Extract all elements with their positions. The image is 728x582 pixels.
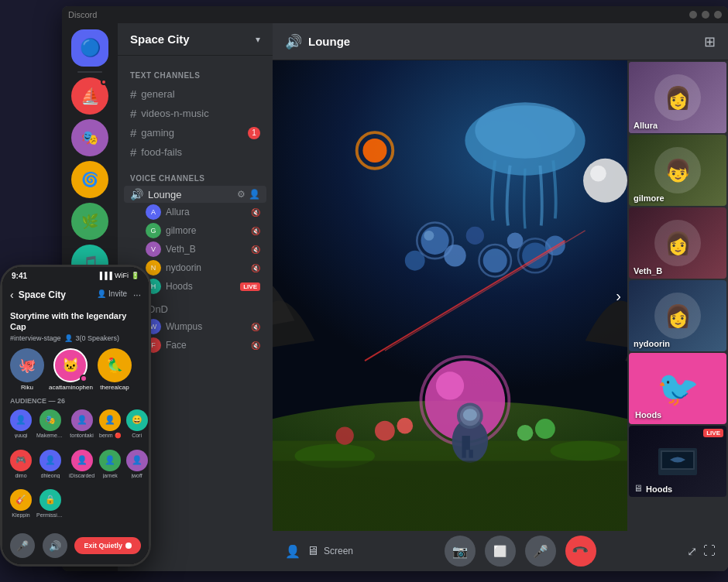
server-header[interactable]: Space City ▾: [118, 23, 273, 56]
audience-member-jarnek[interactable]: 👤 jarnek: [99, 450, 121, 484]
exit-dot-icon: [125, 543, 132, 549]
text-channels-section: TEXT CHANNELS # general # videos-n-music…: [118, 56, 273, 165]
svg-point-13: [424, 231, 434, 241]
nav-arrow-right[interactable]: ›: [616, 287, 621, 305]
minimize-btn[interactable]: [689, 11, 697, 19]
phone-speaker-therealcap: 🦜 therealcap: [98, 348, 132, 391]
camera-button[interactable]: 📷: [445, 536, 476, 567]
phone-stage-sub: #interview-stage 👤 3(0 Speakers): [10, 334, 141, 342]
permission-name: Permission M...: [36, 512, 64, 518]
audience-member-dimo[interactable]: 🎮 dimo: [10, 450, 32, 484]
server-icon-3[interactable]: 🎭: [71, 119, 108, 156]
server-icon-main[interactable]: 🔵: [71, 29, 108, 67]
audience-member-tontontaki[interactable]: 👤 tontontaki: [69, 409, 94, 445]
phone-header: ‹ Space City 👤 Invite ···: [2, 284, 149, 306]
nydoorin-mute-icon: 🔇: [251, 264, 260, 272]
audience-member-idiscarded[interactable]: 👤 iDiscarded: [69, 450, 94, 484]
person-icon[interactable]: 👤: [249, 189, 260, 200]
header-grid-icon[interactable]: ⊞: [704, 33, 716, 50]
hoods-screen-live-badge: LIVE: [703, 429, 723, 437]
participant-tile-veth[interactable]: 👩 Veth_B: [629, 207, 726, 279]
phone-audience-grid: 👤 yuugi 🎭 Makemespe... 👤 tontontaki 👤 be…: [2, 406, 149, 527]
participant-tile-hoods-avatar[interactable]: 🐦 Hoods: [629, 353, 726, 424]
participant-tile-hoods-screen[interactable]: LIVE 🖥 Hoods: [629, 426, 726, 497]
voice-channels-label: VOICE CHANNELS: [124, 171, 266, 186]
channel-item-food[interactable]: # food-fails: [124, 142, 266, 162]
face-mute-icon: 🔇: [251, 341, 260, 350]
phone-speakers: 🐙 Riku 🐱 acattaminophen 🦜 therealcap: [2, 344, 149, 395]
audience-member-jwoff[interactable]: 👤 jwoff: [126, 450, 148, 484]
exit-label: Exit Quietly: [84, 542, 122, 549]
screen-icon-btn[interactable]: 🖥: [307, 544, 319, 558]
voice-user-veth[interactable]: V Veth_B 🔇: [124, 240, 266, 258]
dhleong-avatar: 👤: [39, 450, 61, 471]
idiscarded-name: iDiscarded: [69, 473, 94, 478]
svg-point-41: [397, 418, 413, 434]
maximize-btn[interactable]: [702, 11, 709, 19]
fullscreen-icon[interactable]: ⛶: [703, 544, 716, 558]
mic-button[interactable]: 🎤: [525, 536, 556, 567]
participant-tile-allura[interactable]: 👩 Allura: [629, 62, 726, 133]
phone-speaker-button[interactable]: 🔊: [43, 533, 67, 558]
phone-header-actions: 👤 Invite ···: [97, 289, 141, 300]
dhleong-name: dhleong: [41, 473, 60, 478]
server-notif-dot: [101, 79, 107, 85]
screen-share-label-area: 🖥 Screen: [307, 544, 353, 558]
stage-channel-name: #interview-stage: [10, 334, 61, 342]
end-call-icon: 📞: [572, 542, 589, 560]
acatta-avatar: 🐱: [53, 348, 88, 382]
audience-member-makeme[interactable]: 🎭 Makemespe...: [36, 409, 64, 445]
controls-right: ⤢ ⛶: [687, 544, 716, 559]
gilmore-name: gilmore: [166, 225, 196, 236]
phone-time: 9:41: [12, 272, 27, 280]
channel-item-general[interactable]: # general: [124, 84, 266, 104]
speaker-count: 3(0 Speakers): [76, 334, 120, 342]
audience-member-benm[interactable]: 👤 benm 🔴: [99, 409, 121, 445]
svg-point-5: [583, 159, 627, 203]
audience-member-cori[interactable]: 😄 Cori: [126, 409, 148, 445]
end-call-button[interactable]: 📞: [565, 536, 596, 567]
video-call-area: › 👩 Allura 👦: [273, 60, 728, 531]
invite-button[interactable]: 👤 Invite: [97, 289, 127, 300]
phone-back-icon[interactable]: ‹: [10, 289, 14, 301]
screen-label-text: Screen: [324, 546, 353, 556]
controls-left: 👤 🖥 Screen: [285, 544, 353, 559]
cori-avatar: 😄: [126, 409, 148, 431]
channel-item-videos[interactable]: # videos-n-music: [124, 104, 266, 123]
voice-channel-lounge[interactable]: 🔊 Lounge ⚙ 👤: [124, 186, 266, 203]
veth-mute-icon: 🔇: [251, 245, 260, 254]
add-person-icon[interactable]: 👤: [285, 544, 300, 559]
phone-exit-button[interactable]: Exit Quietly: [74, 537, 141, 554]
voice-category-text: VOICE CHANNELS: [130, 174, 204, 183]
expand-icon[interactable]: ⤢: [687, 544, 697, 559]
settings-icon[interactable]: ⚙: [237, 189, 246, 200]
svg-rect-34: [462, 450, 466, 457]
server-icon-wrap-2: ⛵: [71, 77, 108, 115]
allura-mute-icon: 🔇: [251, 208, 260, 217]
channel-type-icon: 🔊: [285, 33, 302, 50]
svg-point-16: [466, 227, 484, 245]
voice-user-gilmore[interactable]: G gilmore 🔇: [124, 221, 266, 240]
voice-user-allura[interactable]: A Allura 🔇: [124, 203, 266, 221]
svg-rect-35: [469, 450, 473, 457]
audience-member-permission[interactable]: 🔒 Permission M...: [36, 489, 64, 524]
channel-item-gaming[interactable]: # gaming 1: [124, 123, 266, 142]
wumpus-mute-icon: 🔇: [251, 323, 260, 331]
phone-mic-button[interactable]: 🎤: [10, 533, 35, 558]
participant-tile-gilmore[interactable]: 👦 gilmore: [629, 135, 726, 206]
more-options-icon[interactable]: ···: [133, 289, 141, 300]
participant-tile-nydoorin[interactable]: 👩 nydoorin: [629, 280, 726, 351]
close-btn[interactable]: [714, 11, 722, 19]
phone-bottom-controls: 🎤 🔊 Exit Quietly: [2, 527, 149, 564]
audience-member-dhleong[interactable]: 👤 dhleong: [36, 450, 64, 484]
audience-member-yuugi[interactable]: 👤 yuugi: [10, 409, 32, 445]
riku-name: Riku: [21, 384, 33, 391]
screen-share-button[interactable]: ⬜: [485, 536, 516, 567]
makeme-avatar: 🎭: [39, 409, 61, 431]
server-icon-5[interactable]: 🌿: [71, 203, 108, 240]
mic-icon: 🎤: [533, 544, 548, 559]
audience-member-kleppin[interactable]: 🎸 Kleppin: [10, 489, 32, 524]
svg-point-37: [550, 441, 620, 461]
server-icon-4[interactable]: 🌀: [71, 161, 108, 198]
hoods-name: Hoods: [166, 281, 193, 292]
